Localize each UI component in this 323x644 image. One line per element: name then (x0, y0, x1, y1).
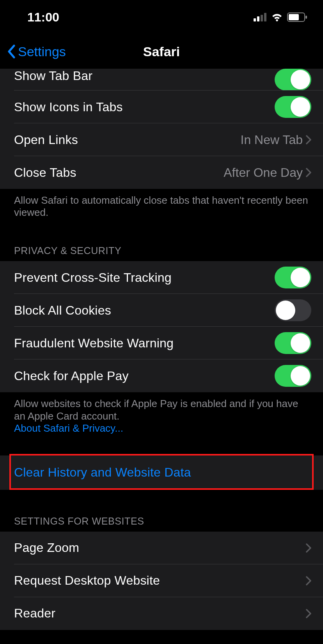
svg-rect-1 (257, 16, 259, 21)
row-check-for-apple-pay[interactable]: Check for Apple Pay (0, 359, 323, 392)
chevron-right-icon (306, 543, 311, 553)
row-label: Check for Apple Pay (14, 369, 129, 383)
row-show-tab-bar[interactable]: Show Tab Bar (0, 69, 323, 91)
clear-history-label: Clear History and Website Data (14, 465, 191, 480)
row-prevent-cross-site-tracking[interactable]: Prevent Cross-Site Tracking (0, 261, 323, 294)
row-label: Open Links (14, 133, 78, 147)
websites-group: Page Zoom Request Desktop Website Reader (0, 532, 323, 630)
toggle-check-apple-pay[interactable] (275, 365, 311, 387)
status-bar: 11:00 (0, 0, 323, 34)
row-page-zoom[interactable]: Page Zoom (0, 532, 323, 564)
row-label: Prevent Cross-Site Tracking (14, 270, 172, 285)
row-label: Show Icons in Tabs (14, 100, 123, 114)
toggle-fraud-warning[interactable] (275, 332, 311, 354)
privacy-header: PRIVACY & SECURITY (0, 229, 323, 261)
chevron-right-icon (306, 609, 311, 618)
svg-rect-2 (261, 15, 263, 21)
privacy-footer-text: Allow websites to check if Apple Pay is … (14, 398, 298, 422)
row-label: Fraudulent Website Warning (14, 336, 174, 350)
row-value: In New Tab (241, 133, 303, 147)
row-show-icons-in-tabs[interactable]: Show Icons in Tabs (0, 91, 323, 123)
row-label: Close Tabs (14, 165, 76, 180)
toggle-block-cookies[interactable] (275, 299, 311, 321)
chevron-right-icon (306, 576, 311, 585)
row-label: Show Tab Bar (14, 69, 92, 83)
row-label: Block All Cookies (14, 303, 111, 318)
svg-rect-3 (264, 13, 266, 21)
tabs-footer: Allow Safari to automatically close tabs… (0, 189, 323, 229)
status-time: 11:00 (27, 10, 59, 25)
battery-icon (287, 12, 307, 22)
row-block-all-cookies[interactable]: Block All Cookies (0, 294, 323, 327)
cellular-icon (254, 13, 267, 21)
wifi-icon (271, 12, 283, 22)
chevron-right-icon (306, 135, 311, 144)
row-fraudulent-website-warning[interactable]: Fraudulent Website Warning (0, 327, 323, 359)
about-safari-privacy-link[interactable]: About Safari & Privacy... (14, 422, 123, 434)
privacy-group: Prevent Cross-Site Tracking Block All Co… (0, 261, 323, 392)
svg-point-4 (276, 20, 278, 21)
chevron-left-icon (7, 44, 16, 59)
privacy-footer: Allow websites to check if Apple Pay is … (0, 392, 323, 445)
settings-list[interactable]: Show Tab Bar Show Icons in Tabs Open Lin… (0, 69, 323, 644)
svg-rect-0 (254, 18, 256, 21)
status-indicators (254, 12, 307, 22)
row-close-tabs[interactable]: Close Tabs After One Day (0, 156, 323, 189)
row-reader[interactable]: Reader (0, 597, 323, 630)
chevron-right-icon (306, 168, 311, 177)
row-label: Reader (14, 606, 55, 621)
row-open-links[interactable]: Open Links In New Tab (0, 123, 323, 156)
svg-rect-7 (305, 16, 307, 19)
nav-bar: Settings Safari (0, 34, 323, 69)
tabs-group: Show Tab Bar Show Icons in Tabs Open Lin… (0, 69, 323, 189)
row-clear-history[interactable]: Clear History and Website Data (0, 455, 323, 490)
websites-header: SETTINGS FOR WEBSITES (0, 490, 323, 532)
toggle-show-icons[interactable] (275, 96, 311, 118)
row-label: Request Desktop Website (14, 573, 160, 588)
back-button[interactable]: Settings (0, 44, 66, 59)
row-label: Page Zoom (14, 541, 79, 555)
toggle-show-tab-bar[interactable] (275, 69, 311, 91)
row-request-desktop-website[interactable]: Request Desktop Website (0, 564, 323, 597)
clear-history-group: Clear History and Website Data (0, 455, 323, 490)
row-value: After One Day (224, 165, 303, 180)
svg-rect-6 (289, 14, 299, 20)
back-label: Settings (18, 44, 66, 59)
toggle-prevent-tracking[interactable] (275, 267, 311, 288)
